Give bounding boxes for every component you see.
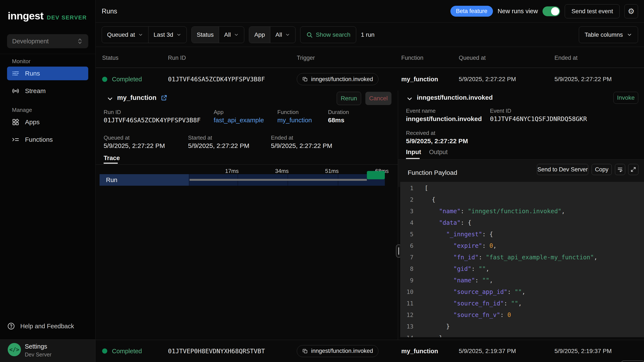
trigger-pill[interactable]: inngest/function.invoked	[297, 345, 378, 357]
trace-tab-underline	[104, 163, 118, 164]
beta-feature-badge: Beta feature	[450, 6, 493, 17]
cutoff-button[interactable]	[621, 361, 644, 362]
help-and-feedback[interactable]: Help and Feedback	[7, 319, 88, 333]
sidebar-item-stream[interactable]: Stream	[7, 84, 88, 98]
app-filter-value: All	[276, 31, 282, 38]
main-area: Runs Beta feature New runs view Send tes…	[96, 0, 644, 362]
invoke-button[interactable]: Invoke	[614, 92, 638, 104]
status-filter-dropdown[interactable]: All	[219, 27, 244, 43]
timeline-tick: 34ms	[265, 168, 289, 174]
time-field-value: Queued at	[107, 31, 135, 38]
code-line: 13 }	[400, 321, 644, 332]
new-runs-view-toggle[interactable]	[542, 6, 560, 16]
sidebar-item-functions[interactable]: Functions	[7, 133, 88, 146]
chevron-down-icon	[627, 32, 632, 37]
ended-at-value: 5/9/2025, 2:27:22 PM	[271, 142, 332, 149]
code-line: 8 "gid": "",	[400, 263, 644, 274]
gear-icon: ⚙	[628, 7, 634, 16]
expand-button[interactable]	[628, 164, 638, 175]
code-line: 10 "source_app_id": "",	[400, 286, 644, 298]
chevron-down-icon	[406, 95, 413, 102]
function-name: my_function	[401, 348, 438, 355]
event-name-value: inngest/function.invoked	[406, 115, 482, 123]
started-at-label: Started at	[188, 135, 212, 141]
app-filter-label: App	[249, 27, 270, 43]
trigger-pill[interactable]: inngest/function.invoked	[297, 73, 378, 85]
queued-at-label: Queued at	[104, 135, 130, 141]
timeline-tick: 17ms	[215, 168, 239, 174]
queued-at-value: 5/9/2025, 2:27:22 PM	[104, 142, 165, 149]
app-filter-group: App All	[249, 26, 296, 43]
trace-run-row[interactable]: Run	[100, 174, 385, 186]
duration-label: Duration	[328, 109, 349, 116]
tab-input[interactable]: Input	[406, 149, 421, 156]
trace-run-label-zone: Run	[100, 174, 189, 186]
filter-bar: Queued at Last 3d Status All App	[96, 23, 644, 47]
collapse-event-chevron[interactable]	[406, 95, 413, 102]
ended-at-value: 5/9/2025, 2:19:37 PM	[554, 348, 612, 355]
status-badge: Completed	[112, 76, 142, 83]
table-row[interactable]: Completed 01JTVF46SA5ZCDK4YPFSPV3B8F inn…	[96, 68, 644, 90]
event-id-label: Event ID	[490, 108, 511, 114]
app-filter-dropdown[interactable]: All	[270, 27, 295, 43]
status-dot	[102, 77, 107, 82]
settings-gear-button[interactable]: ⚙	[624, 4, 638, 18]
sidebar-item-functions-label: Functions	[25, 136, 53, 143]
word-wrap-button[interactable]	[615, 164, 625, 175]
status-filter-value: All	[224, 31, 231, 38]
app-link[interactable]: fast_api_example	[214, 117, 264, 124]
collapse-run-chevron[interactable]	[106, 95, 114, 102]
payload-code[interactable]: 1[2 {3 "name": "inngest/function.invoked…	[400, 182, 644, 337]
function-label: Function	[277, 109, 299, 116]
time-field-dropdown[interactable]: Queued at	[102, 27, 148, 43]
workspace-select[interactable]: Development	[7, 34, 88, 48]
trace-run-label: Run	[106, 177, 117, 183]
runs-table-header: Status Run ID Trigger Function Queued at…	[96, 47, 644, 68]
col-header-function: Function	[401, 55, 424, 61]
code-line: 5 "_inngest": {	[400, 228, 644, 240]
copy-button[interactable]: Copy	[592, 164, 612, 175]
settings-subtitle: Dev Server	[25, 352, 52, 358]
help-icon	[7, 322, 15, 330]
tab-output[interactable]: Output	[429, 149, 448, 156]
sidebar-item-apps-label: Apps	[25, 118, 40, 126]
time-range-value: Last 3d	[154, 31, 173, 38]
table-columns-button[interactable]: Table columns	[579, 26, 638, 43]
started-at-value: 5/9/2025, 2:27:22 PM	[188, 142, 249, 149]
event-detail-panel: inngest/function.invoked Invoke Event na…	[398, 90, 644, 340]
app-root: inngest DEV SERVER Development Monitor R…	[0, 0, 644, 362]
event-id-value: 01JTVF46NYC1QSFJDNRDQ58GKR	[490, 115, 587, 123]
nav-section-manage: Manage	[12, 107, 32, 113]
sidebar-divider	[0, 54, 95, 54]
tab-trace[interactable]: Trace	[104, 155, 120, 162]
table-row[interactable]: Completed 01JTVEP0H8EVDNYXH68QRSTVBT inn…	[96, 340, 644, 362]
time-range-dropdown[interactable]: Last 3d	[148, 27, 186, 43]
cancel-button[interactable]: Cancel	[365, 92, 392, 105]
table-columns-label: Table columns	[584, 31, 623, 38]
logo-text: inngest	[8, 10, 43, 22]
sidebar-item-runs[interactable]: Runs	[7, 67, 88, 80]
trace-step-green-bar	[367, 171, 385, 179]
expand-icon	[630, 167, 636, 173]
send-test-event-button[interactable]: Send test event	[565, 4, 620, 18]
app-label: App	[214, 109, 224, 116]
external-link-icon[interactable]	[161, 94, 168, 101]
show-search-label: Show search	[316, 31, 350, 38]
function-link[interactable]: my_function	[277, 117, 312, 124]
code-line: 7 "fn_id": "fast_api_example-my_function…	[400, 251, 644, 263]
send-to-dev-server-button[interactable]: Send to Dev Server	[537, 164, 588, 175]
show-search-button[interactable]: Show search	[300, 26, 356, 43]
run-id: 01JTVEP0H8EVDNYXH68QRSTVBT	[168, 348, 265, 355]
settings-block[interactable]: </> Settings Dev Server	[0, 339, 95, 362]
col-header-run-id: Run ID	[168, 55, 186, 61]
functions-icon	[12, 136, 20, 144]
rerun-button[interactable]: Rerun	[337, 92, 361, 105]
event-title: inngest/function.invoked	[417, 94, 493, 101]
sidebar-item-stream-label: Stream	[25, 87, 46, 95]
code-line: 14 },	[400, 332, 644, 337]
timeline-tick: 51ms	[315, 168, 339, 174]
sidebar-item-apps[interactable]: Apps	[7, 115, 88, 129]
settings-title: Settings	[25, 343, 47, 350]
queued-at-value: 5/9/2025, 2:27:22 PM	[459, 76, 516, 83]
ended-at-value: 5/9/2025, 2:27:22 PM	[554, 76, 612, 83]
